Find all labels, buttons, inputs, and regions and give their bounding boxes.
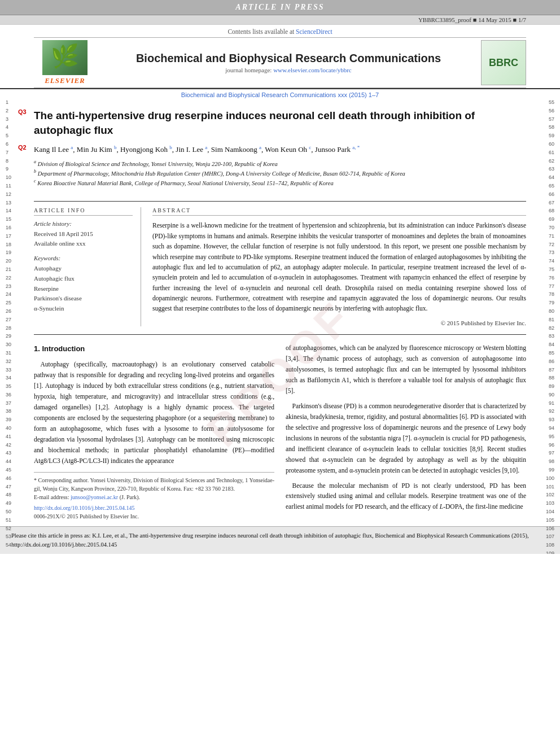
history-label: Article history: <box>34 220 133 227</box>
issn-line: 0006-291X/© 2015 Published by Elsevier I… <box>34 512 274 521</box>
footnote-section: * Corresponding author. Yonsei Universit… <box>34 472 274 521</box>
keyword-asynuclein: α-Synuclein <box>34 304 133 314</box>
body-columns: 1. Introduction Autophagy (specifically,… <box>34 343 526 521</box>
keyword-parkinsons: Parkinson's disease <box>34 294 133 304</box>
bbrc-label: BBRC <box>489 57 518 69</box>
footnote-email: E-mail address: junsoo@yonsei.ac.kr (J. … <box>34 493 274 501</box>
q2-marker: Q2 <box>18 144 27 151</box>
abstract-text: Reserpine is a well-known medicine for t… <box>152 220 526 314</box>
footnote-corresponding: * Corresponding author. Yonsei Universit… <box>34 476 274 493</box>
article-title: The anti-hypertensive drug reserpine ind… <box>34 108 526 137</box>
elsevier-tree-image <box>42 40 88 75</box>
contents-prefix: Contents lists available at <box>228 28 296 35</box>
section-divider <box>34 334 526 335</box>
affiliation-b: b Department of Pharmacology, Mitochondr… <box>34 168 526 178</box>
email-link[interactable]: junsoo@yonsei.ac.kr <box>71 494 118 500</box>
citation-text: Please cite this article in press as: K.… <box>11 532 529 548</box>
l-dopa-text: L <box>440 503 443 510</box>
journal-header: Contents lists available at ScienceDirec… <box>0 25 560 89</box>
journal-homepage-link[interactable]: www.elsevier.com/locate/ybbrc <box>273 67 352 73</box>
line-numbers-right: 5556575859606162636465666768697071727374… <box>546 98 554 554</box>
body-col-right: of autophagosomes, which can be analyzed… <box>286 343 526 521</box>
journal-homepage: journal homepage: www.elsevier.com/locat… <box>96 67 481 73</box>
citation-bar: Please cite this article in press as: K.… <box>0 526 560 554</box>
keywords-label: Keywords: <box>34 255 133 261</box>
title-wrapper: Q3 The anti-hypertensive drug reserpine … <box>34 108 526 137</box>
article-in-press-banner: ARTICLE IN PRESS <box>0 0 560 15</box>
affiliations: a Division of Biological Science and Tec… <box>34 159 526 188</box>
journal-brand-row: ELSEVIER Biochemical and Biophysical Res… <box>34 37 526 88</box>
affiliation-c: c Korea Bioactive Natural Material Bank,… <box>34 178 526 187</box>
sciencedirect-link[interactable]: ScienceDirect <box>296 28 333 35</box>
article-info-title: ARTICLE INFO <box>34 207 133 216</box>
intro-heading: 1. Introduction <box>34 343 274 355</box>
available-online: Available online xxx <box>34 239 133 248</box>
line-number-block: 1234567891011121314151617181920212223242… <box>6 98 11 549</box>
affiliation-a: a Division of Biological Science and Tec… <box>34 159 526 168</box>
main-content: 1234567891011121314151617181920212223242… <box>0 98 560 521</box>
top-meta: YBBRC33895_proof ■ 14 May 2015 ■ 1/7 <box>0 15 560 25</box>
received-date: Received 18 April 2015 <box>34 229 133 239</box>
copyright-line: © 2015 Published by Elsevier Inc. <box>152 320 526 326</box>
journal-title-center: Biochemical and Biophysical Research Com… <box>96 52 481 73</box>
elsevier-logo: ELSEVIER <box>34 40 96 85</box>
authors-text: Kang Il Lee a, Min Ju Kim b, Hyongjong K… <box>34 145 360 154</box>
journal-title: Biochemical and Biophysical Research Com… <box>96 52 481 65</box>
line-number-block-right: 5556575859606162636465666768697071727374… <box>546 98 554 554</box>
contents-link: Contents lists available at ScienceDirec… <box>34 25 526 37</box>
keywords-section: Keywords: Autophagy Autophagic flux Rese… <box>34 255 133 313</box>
meta-text: YBBRC33895_proof ■ 14 May 2015 ■ 1/7 <box>418 16 526 23</box>
keyword-reserpine: Reserpine <box>34 284 133 294</box>
bbrc-logo: BBRC <box>481 40 526 85</box>
body-col-left: 1. Introduction Autophagy (specifically,… <box>34 343 274 521</box>
body-right-para-2: Parkinson's disease (PD) is a common neu… <box>286 401 526 476</box>
q3-marker: Q3 <box>18 108 27 115</box>
keyword-autophagy: Autophagy <box>34 264 133 274</box>
elsevier-wordmark: ELSEVIER <box>45 76 85 85</box>
keyword-autophagic-flux: Autophagic flux <box>34 274 133 284</box>
article-info-column: ARTICLE INFO Article history: Received 1… <box>34 207 141 326</box>
homepage-prefix: journal homepage: <box>225 67 273 73</box>
info-abstract-columns: ARTICLE INFO Article history: Received 1… <box>34 201 526 326</box>
intro-para-1: Autophagy (specifically, macroautophagy)… <box>34 359 274 466</box>
abstract-content: Reserpine is a well-known medicine for t… <box>152 222 526 312</box>
abstract-column: ABSTRACT Reserpine is a well-known medic… <box>152 207 526 326</box>
article-title-section: Q3 The anti-hypertensive drug reserpine … <box>34 98 526 193</box>
citation-line: Biochemical and Biophysical Research Com… <box>0 89 560 98</box>
line-numbers-left: 1234567891011121314151617181920212223242… <box>6 98 11 549</box>
abstract-title: ABSTRACT <box>152 207 526 216</box>
body-right-para-3: Because the molecular mechanism of PD is… <box>286 480 526 513</box>
doi-line: http://dx.doi.org/10.1016/j.bbrc.2015.04… <box>34 504 274 512</box>
body-right-para-1: of autophagosomes, which can be analyzed… <box>286 343 526 396</box>
doi-link[interactable]: http://dx.doi.org/10.1016/j.bbrc.2015.04… <box>34 505 134 511</box>
authors-line: Q2 Kang Il Lee a, Min Ju Kim b, Hyongjon… <box>34 144 526 154</box>
banner-text: ARTICLE IN PRESS <box>235 3 324 11</box>
